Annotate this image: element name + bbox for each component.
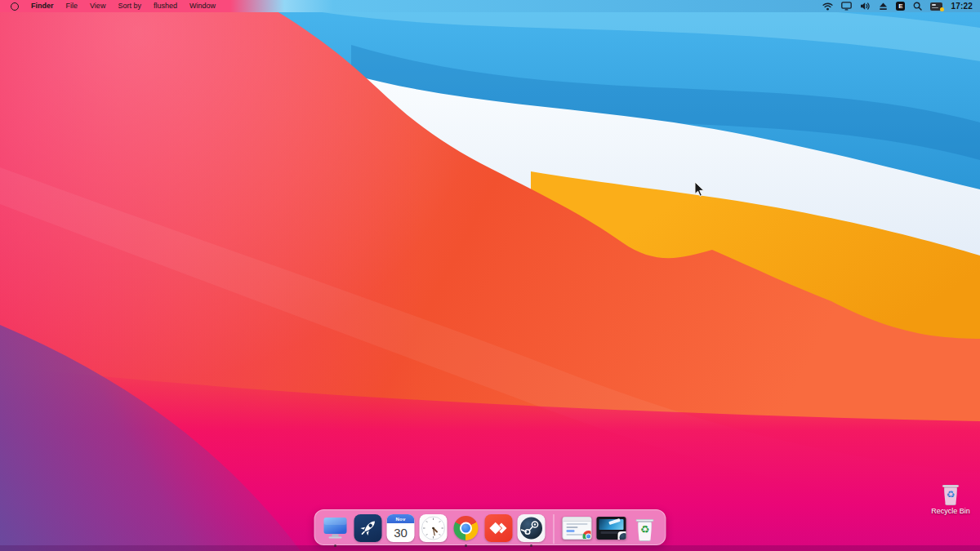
dock-minimized-chrome-window[interactable] — [563, 517, 592, 540]
dock-item-clock[interactable] — [420, 514, 448, 542]
wifi-icon[interactable] — [822, 0, 833, 12]
menu-finder[interactable]: Finder — [31, 0, 54, 12]
menubar-menus: Finder File View Sort by flushed Window — [0, 0, 216, 12]
dock-item-anydesk[interactable] — [485, 514, 513, 542]
dock-item-steam[interactable] — [518, 514, 546, 542]
menu-window[interactable]: Window — [189, 0, 216, 12]
steam-badge-icon — [618, 531, 626, 540]
recycle-bin-icon: ♻ — [635, 518, 655, 542]
mouse-cursor — [694, 181, 706, 198]
recycle-symbol: ♻ — [942, 490, 960, 500]
running-indicator — [465, 544, 467, 547]
dock-item-launchpad[interactable] — [354, 514, 382, 542]
menu-flushed[interactable]: flushed — [154, 0, 177, 12]
menu-file[interactable]: File — [66, 0, 78, 12]
system-logo-icon[interactable] — [11, 2, 19, 11]
eject-icon[interactable] — [879, 0, 888, 12]
dock-minimized-steam-window[interactable] — [597, 517, 626, 540]
recycle-symbol: ♻ — [635, 524, 655, 535]
menu-sort-by[interactable]: Sort by — [118, 0, 141, 12]
dock-item-chrome[interactable] — [452, 514, 480, 542]
steam-icon — [518, 514, 546, 542]
menubar-status: E 17:22 — [822, 0, 980, 12]
running-indicator — [530, 544, 532, 547]
analog-clock-icon — [420, 514, 448, 542]
display-icon[interactable] — [841, 0, 852, 12]
desktop-screen: Finder File View Sort by flushed Window — [0, 0, 980, 551]
dock: Nov 30 — [314, 509, 666, 545]
rocket-icon — [354, 514, 382, 542]
monitor-icon — [322, 514, 350, 542]
wallpaper — [0, 0, 980, 551]
running-indicator — [334, 544, 336, 547]
menu-view[interactable]: View — [90, 0, 105, 12]
volume-icon[interactable] — [860, 0, 871, 12]
desktop-recycle-bin[interactable]: ♻ Recycle Bin — [927, 482, 974, 516]
menubar: Finder File View Sort by flushed Window — [0, 0, 980, 12]
app-e-icon[interactable]: E — [896, 2, 905, 11]
chrome-badge-icon — [583, 531, 592, 540]
calendar-day: 30 — [387, 523, 415, 542]
dock-item-trash[interactable]: ♻ — [631, 514, 659, 542]
calendar-month: Nov — [387, 514, 415, 523]
recycle-bin-icon: ♻ — [942, 483, 960, 506]
calendar-icon: Nov 30 — [387, 514, 415, 542]
search-icon[interactable] — [913, 0, 922, 12]
dock-item-computer[interactable] — [322, 514, 350, 542]
anydesk-icon — [485, 514, 513, 542]
dock-item-calendar[interactable]: Nov 30 — [387, 514, 415, 542]
recycle-bin-label: Recycle Bin — [927, 507, 974, 516]
input-method-badge — [940, 7, 944, 11]
menubar-clock[interactable]: 17:22 — [951, 2, 973, 11]
dock-separator — [554, 514, 555, 544]
chrome-icon — [452, 514, 480, 542]
input-method-icon[interactable] — [930, 2, 942, 11]
